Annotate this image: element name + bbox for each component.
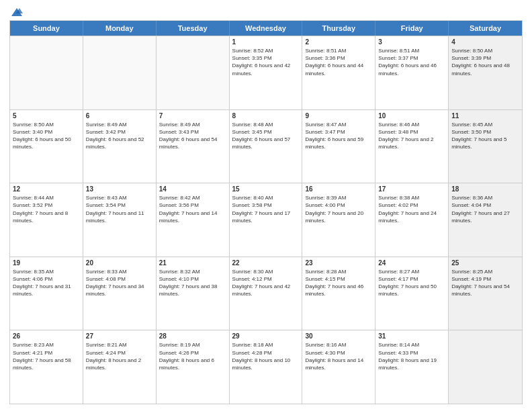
page: SundayMondayTuesdayWednesdayThursdayFrid… <box>0 0 532 411</box>
calendar-cell: 31Sunrise: 8:14 AM Sunset: 4:33 PM Dayli… <box>375 330 449 404</box>
day-number: 12 <box>13 185 80 193</box>
day-number: 2 <box>305 38 372 46</box>
day-number: 10 <box>378 112 445 120</box>
day-number: 7 <box>159 112 226 120</box>
cell-info: Sunrise: 8:49 AM Sunset: 3:43 PM Dayligh… <box>159 121 226 151</box>
cell-info: Sunrise: 8:48 AM Sunset: 3:45 PM Dayligh… <box>232 121 300 151</box>
weekday-header-thursday: Thursday <box>302 21 375 36</box>
cell-info: Sunrise: 8:49 AM Sunset: 3:42 PM Dayligh… <box>86 121 153 151</box>
calendar-cell: 22Sunrise: 8:30 AM Sunset: 4:12 PM Dayli… <box>230 257 303 330</box>
calendar-cell: 6Sunrise: 8:49 AM Sunset: 3:42 PM Daylig… <box>83 110 157 183</box>
cell-info: Sunrise: 8:45 AM Sunset: 3:50 PM Dayligh… <box>451 121 519 151</box>
cell-info: Sunrise: 8:47 AM Sunset: 3:47 PM Dayligh… <box>305 121 372 151</box>
weekday-header-friday: Friday <box>375 21 449 36</box>
calendar-cell: 11Sunrise: 8:45 AM Sunset: 3:50 PM Dayli… <box>449 110 522 183</box>
calendar-cell: 25Sunrise: 8:25 AM Sunset: 4:19 PM Dayli… <box>449 257 522 330</box>
day-number: 1 <box>232 38 300 46</box>
day-number: 4 <box>451 38 519 46</box>
calendar-cell: 27Sunrise: 8:21 AM Sunset: 4:24 PM Dayli… <box>83 330 157 404</box>
cell-info: Sunrise: 8:42 AM Sunset: 3:56 PM Dayligh… <box>159 194 226 224</box>
calendar-cell: 3Sunrise: 8:51 AM Sunset: 3:37 PM Daylig… <box>375 36 449 109</box>
calendar-cell: 20Sunrise: 8:33 AM Sunset: 4:08 PM Dayli… <box>83 257 157 330</box>
cell-info: Sunrise: 8:36 AM Sunset: 4:04 PM Dayligh… <box>451 194 519 224</box>
day-number: 19 <box>13 259 80 267</box>
cell-info: Sunrise: 8:35 AM Sunset: 4:06 PM Dayligh… <box>13 268 80 298</box>
calendar-cell: 13Sunrise: 8:43 AM Sunset: 3:54 PM Dayli… <box>83 183 157 257</box>
day-number: 20 <box>86 259 153 267</box>
cell-info: Sunrise: 8:16 AM Sunset: 4:30 PM Dayligh… <box>305 341 372 371</box>
weekday-header-wednesday: Wednesday <box>230 21 303 36</box>
calendar-cell <box>157 36 230 109</box>
calendar-row-1: 1Sunrise: 8:52 AM Sunset: 3:35 PM Daylig… <box>10 36 522 109</box>
day-number: 31 <box>378 332 445 340</box>
calendar-cell: 24Sunrise: 8:27 AM Sunset: 4:17 PM Dayli… <box>375 257 449 330</box>
calendar-cell <box>10 36 83 109</box>
day-number: 15 <box>232 185 300 193</box>
cell-info: Sunrise: 8:50 AM Sunset: 3:40 PM Dayligh… <box>13 121 80 151</box>
day-number: 28 <box>159 332 226 340</box>
cell-info: Sunrise: 8:18 AM Sunset: 4:28 PM Dayligh… <box>232 341 300 371</box>
calendar-cell: 18Sunrise: 8:36 AM Sunset: 4:04 PM Dayli… <box>449 183 522 257</box>
day-number: 30 <box>305 332 372 340</box>
cell-info: Sunrise: 8:27 AM Sunset: 4:17 PM Dayligh… <box>378 268 445 298</box>
calendar: SundayMondayTuesdayWednesdayThursdayFrid… <box>9 20 523 404</box>
cell-info: Sunrise: 8:40 AM Sunset: 3:58 PM Dayligh… <box>232 194 300 224</box>
day-number: 26 <box>13 332 80 340</box>
calendar-cell: 7Sunrise: 8:49 AM Sunset: 3:43 PM Daylig… <box>157 110 230 183</box>
cell-info: Sunrise: 8:52 AM Sunset: 3:35 PM Dayligh… <box>232 47 300 77</box>
day-number: 21 <box>159 259 226 267</box>
day-number: 8 <box>232 112 300 120</box>
weekday-header-saturday: Saturday <box>449 21 522 36</box>
weekday-header-monday: Monday <box>83 21 157 36</box>
day-number: 23 <box>305 259 372 267</box>
calendar-cell: 19Sunrise: 8:35 AM Sunset: 4:06 PM Dayli… <box>10 257 83 330</box>
cell-info: Sunrise: 8:32 AM Sunset: 4:10 PM Dayligh… <box>159 268 226 298</box>
calendar-cell: 28Sunrise: 8:19 AM Sunset: 4:26 PM Dayli… <box>157 330 230 404</box>
cell-info: Sunrise: 8:25 AM Sunset: 4:19 PM Dayligh… <box>451 268 519 298</box>
calendar-cell: 4Sunrise: 8:50 AM Sunset: 3:39 PM Daylig… <box>449 36 522 109</box>
weekday-header-tuesday: Tuesday <box>157 21 230 36</box>
calendar-cell: 8Sunrise: 8:48 AM Sunset: 3:45 PM Daylig… <box>230 110 303 183</box>
day-number: 16 <box>305 185 372 193</box>
day-number: 29 <box>232 332 300 340</box>
day-number: 9 <box>305 112 372 120</box>
cell-info: Sunrise: 8:43 AM Sunset: 3:54 PM Dayligh… <box>86 194 153 224</box>
day-number: 6 <box>86 112 153 120</box>
day-number: 17 <box>378 185 445 193</box>
calendar-cell: 15Sunrise: 8:40 AM Sunset: 3:58 PM Dayli… <box>230 183 303 257</box>
calendar-cell: 12Sunrise: 8:44 AM Sunset: 3:52 PM Dayli… <box>10 183 83 257</box>
calendar-cell: 23Sunrise: 8:28 AM Sunset: 4:15 PM Dayli… <box>302 257 375 330</box>
day-number: 27 <box>86 332 153 340</box>
day-number: 13 <box>86 185 153 193</box>
calendar-cell: 2Sunrise: 8:51 AM Sunset: 3:36 PM Daylig… <box>302 36 375 109</box>
calendar-cell <box>449 330 522 404</box>
cell-info: Sunrise: 8:28 AM Sunset: 4:15 PM Dayligh… <box>305 268 372 298</box>
calendar-row-4: 19Sunrise: 8:35 AM Sunset: 4:06 PM Dayli… <box>10 257 522 330</box>
calendar-row-5: 26Sunrise: 8:23 AM Sunset: 4:21 PM Dayli… <box>10 330 522 404</box>
cell-info: Sunrise: 8:44 AM Sunset: 3:52 PM Dayligh… <box>13 194 80 224</box>
day-number: 18 <box>451 185 519 193</box>
day-number: 24 <box>378 259 445 267</box>
calendar-row-3: 12Sunrise: 8:44 AM Sunset: 3:52 PM Dayli… <box>10 183 522 257</box>
calendar-cell: 9Sunrise: 8:47 AM Sunset: 3:47 PM Daylig… <box>302 110 375 183</box>
calendar-body: 1Sunrise: 8:52 AM Sunset: 3:35 PM Daylig… <box>10 36 522 404</box>
cell-info: Sunrise: 8:50 AM Sunset: 3:39 PM Dayligh… <box>451 47 519 77</box>
cell-info: Sunrise: 8:19 AM Sunset: 4:26 PM Dayligh… <box>159 341 226 371</box>
logo <box>9 7 23 16</box>
calendar-cell: 17Sunrise: 8:38 AM Sunset: 4:02 PM Dayli… <box>375 183 449 257</box>
day-number: 5 <box>13 112 80 120</box>
cell-info: Sunrise: 8:46 AM Sunset: 3:48 PM Dayligh… <box>378 121 445 151</box>
header <box>9 7 523 16</box>
cell-info: Sunrise: 8:51 AM Sunset: 3:36 PM Dayligh… <box>305 47 372 77</box>
calendar-cell: 10Sunrise: 8:46 AM Sunset: 3:48 PM Dayli… <box>375 110 449 183</box>
calendar-cell: 21Sunrise: 8:32 AM Sunset: 4:10 PM Dayli… <box>157 257 230 330</box>
cell-info: Sunrise: 8:30 AM Sunset: 4:12 PM Dayligh… <box>232 268 300 298</box>
calendar-cell: 29Sunrise: 8:18 AM Sunset: 4:28 PM Dayli… <box>230 330 303 404</box>
calendar-cell: 30Sunrise: 8:16 AM Sunset: 4:30 PM Dayli… <box>302 330 375 404</box>
calendar-cell: 5Sunrise: 8:50 AM Sunset: 3:40 PM Daylig… <box>10 110 83 183</box>
calendar-cell: 16Sunrise: 8:39 AM Sunset: 4:00 PM Dayli… <box>302 183 375 257</box>
cell-info: Sunrise: 8:38 AM Sunset: 4:02 PM Dayligh… <box>378 194 445 224</box>
calendar-cell: 14Sunrise: 8:42 AM Sunset: 3:56 PM Dayli… <box>157 183 230 257</box>
cell-info: Sunrise: 8:14 AM Sunset: 4:33 PM Dayligh… <box>378 341 445 371</box>
day-number: 14 <box>159 185 226 193</box>
